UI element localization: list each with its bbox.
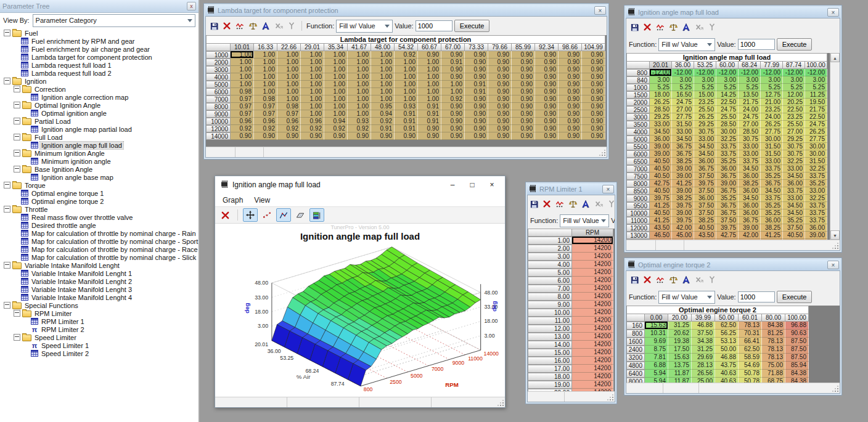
cell[interactable]: 36.00: [783, 180, 805, 187]
cell[interactable]: 0.90: [582, 81, 605, 88]
cell[interactable]: 14200: [572, 349, 613, 357]
cell[interactable]: 33.75: [739, 158, 761, 165]
cell[interactable]: 31.50: [805, 158, 827, 165]
cell[interactable]: 85.94: [785, 362, 809, 370]
menu-view[interactable]: View: [249, 195, 275, 206]
cell[interactable]: 3.00: [672, 76, 694, 84]
cell[interactable]: 0.90: [582, 125, 605, 132]
cell[interactable]: 39.00: [739, 224, 761, 232]
cell[interactable]: 0.90: [418, 125, 441, 132]
cell[interactable]: 78.13: [762, 338, 785, 346]
tree-item[interactable]: Throttle: [0, 205, 199, 213]
cell[interactable]: 0.90: [559, 103, 582, 110]
cell[interactable]: 3.00: [783, 76, 805, 84]
cell[interactable]: 41.25: [761, 232, 783, 239]
close-icon[interactable]: ×: [602, 185, 614, 193]
tree-item[interactable]: Real mass flow over throttle valve: [0, 213, 199, 221]
cell[interactable]: 0.90: [512, 118, 535, 125]
cell[interactable]: 0.90: [465, 59, 488, 66]
cell[interactable]: 14200: [572, 261, 613, 269]
tree-item[interactable]: Full Load: [0, 133, 199, 141]
row-header[interactable]: 2.00: [528, 245, 572, 253]
cell[interactable]: 0.90: [512, 103, 535, 110]
cell[interactable]: 0.90: [465, 132, 488, 140]
cell[interactable]: 1.00: [301, 59, 324, 66]
row-header[interactable]: 3000: [626, 113, 650, 121]
row-header[interactable]: 12000: [206, 125, 231, 132]
cell[interactable]: 1.00: [348, 73, 371, 81]
cell[interactable]: 58.59: [739, 354, 762, 362]
column-header[interactable]: 48.00: [371, 43, 395, 51]
compare-icon[interactable]: [681, 22, 692, 33]
cell[interactable]: 15.00: [694, 91, 716, 99]
cell[interactable]: 87.50: [785, 346, 809, 354]
cell[interactable]: 33.00: [739, 150, 761, 158]
cell[interactable]: 40.50: [783, 232, 805, 239]
cell[interactable]: 12.00: [783, 91, 805, 99]
row-header[interactable]: 13000: [626, 232, 650, 239]
cell[interactable]: 9.69: [645, 338, 668, 346]
window-titlebar[interactable]: Ignition angle map full load – □ ×: [215, 176, 505, 193]
tree-expander[interactable]: [14, 166, 20, 172]
cell[interactable]: 19.50: [805, 99, 827, 106]
cell[interactable]: 81.25: [762, 330, 785, 338]
cell[interactable]: 14200: [572, 373, 613, 381]
cell[interactable]: 3.00: [805, 76, 827, 84]
cell[interactable]: 0.90: [465, 118, 488, 125]
cell[interactable]: 39.75: [716, 224, 739, 232]
cell[interactable]: 6.88: [645, 362, 668, 370]
row-header[interactable]: 160: [626, 322, 645, 330]
cell[interactable]: 33.00: [761, 158, 783, 165]
cell[interactable]: 25.50: [783, 121, 805, 128]
tree-item[interactable]: Ignition: [0, 77, 199, 85]
cell[interactable]: 1.00: [348, 51, 371, 59]
cell[interactable]: 78.13: [739, 322, 762, 330]
cell[interactable]: 1.00: [277, 66, 301, 73]
scale-icon[interactable]: [668, 275, 679, 285]
cell[interactable]: 0.90: [488, 73, 512, 81]
delete-icon[interactable]: [642, 22, 653, 33]
column-header[interactable]: 16.33: [254, 43, 277, 51]
cell[interactable]: 1.00: [348, 88, 371, 95]
cell[interactable]: 33.00: [805, 187, 827, 195]
cell[interactable]: 0.90: [512, 110, 535, 118]
row-header[interactable]: 13.00: [528, 333, 572, 341]
tree-item[interactable]: Map for calculation of throttle by nomin…: [0, 237, 199, 245]
cell[interactable]: 3.00: [761, 76, 783, 84]
tree-item[interactable]: Variable Intake Manifold Lenght 1: [0, 269, 199, 277]
scroll-up-icon[interactable]: ▲: [830, 53, 840, 62]
cell[interactable]: 14200: [572, 285, 613, 293]
cell[interactable]: 33.75: [805, 172, 827, 180]
vertical-scrollbar[interactable]: ▲ ▼: [830, 53, 840, 240]
cell[interactable]: 62.50: [739, 346, 762, 354]
cell[interactable]: 10.31: [645, 330, 668, 338]
corner-cell[interactable]: [528, 229, 572, 237]
cell[interactable]: 0.91: [418, 110, 441, 118]
tree-item[interactable]: Optimal ignition angle: [0, 109, 199, 117]
cell[interactable]: 0.92: [348, 125, 371, 132]
cell[interactable]: 0.90: [512, 132, 535, 140]
cell[interactable]: 0.92: [301, 125, 324, 132]
resize-grip[interactable]: [502, 405, 504, 406]
cell[interactable]: 39.00: [672, 165, 694, 172]
cell[interactable]: 75.00: [762, 362, 785, 370]
cell[interactable]: 36.00: [805, 224, 827, 232]
cell[interactable]: 0.94: [324, 118, 348, 125]
row-header[interactable]: 5000: [626, 136, 650, 143]
column-header[interactable]: 79.66: [488, 43, 512, 51]
tree-item[interactable]: Lambda request full load 2: [0, 69, 199, 77]
cell[interactable]: 0.90: [441, 103, 465, 110]
corner-cell[interactable]: [626, 314, 645, 322]
column-header[interactable]: 80.00: [762, 314, 785, 322]
cell[interactable]: 0.90: [535, 59, 559, 66]
close-icon[interactable]: ×: [484, 179, 500, 191]
pan-icon[interactable]: [243, 208, 258, 222]
legend-icon[interactable]: [309, 208, 324, 222]
cell[interactable]: 5.25: [805, 84, 827, 91]
cell[interactable]: 34.50: [783, 209, 805, 217]
cell[interactable]: 1.00: [348, 66, 371, 73]
tree-item[interactable]: RPM Limiter: [0, 309, 199, 317]
cell[interactable]: 0.90: [535, 73, 559, 81]
cell[interactable]: 30.75: [783, 143, 805, 150]
y-axis-icon[interactable]: [706, 275, 718, 285]
